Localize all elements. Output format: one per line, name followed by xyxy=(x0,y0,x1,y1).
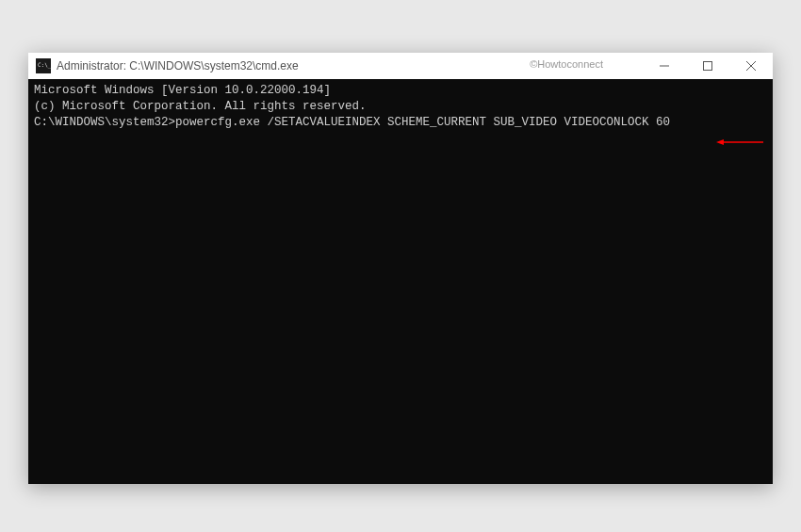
terminal-prompt: C:\WINDOWS\system32> xyxy=(34,116,175,129)
close-icon xyxy=(746,61,756,71)
svg-rect-1 xyxy=(704,62,712,71)
titlebar[interactable]: Administrator: C:\WINDOWS\system32\cmd.e… xyxy=(28,53,773,79)
close-button[interactable] xyxy=(729,53,773,79)
minimize-button[interactable] xyxy=(643,53,686,79)
watermark-text: ©Howtoconnect xyxy=(530,58,603,70)
cmd-window: Administrator: C:\WINDOWS\system32\cmd.e… xyxy=(28,53,773,484)
window-controls xyxy=(643,53,773,79)
maximize-button[interactable] xyxy=(686,53,729,79)
terminal-command-line: C:\WINDOWS\system32>powercfg.exe /SETACV… xyxy=(34,115,767,131)
minimize-icon xyxy=(660,61,669,71)
terminal-line-version: Microsoft Windows [Version 10.0.22000.19… xyxy=(34,83,767,99)
terminal-line-copyright: (c) Microsoft Corporation. All rights re… xyxy=(34,99,767,115)
terminal-command: powercfg.exe /SETACVALUEINDEX SCHEME_CUR… xyxy=(175,116,670,129)
cmd-icon xyxy=(36,58,51,73)
maximize-icon xyxy=(703,61,712,71)
terminal-body[interactable]: Microsoft Windows [Version 10.0.22000.19… xyxy=(28,79,773,484)
